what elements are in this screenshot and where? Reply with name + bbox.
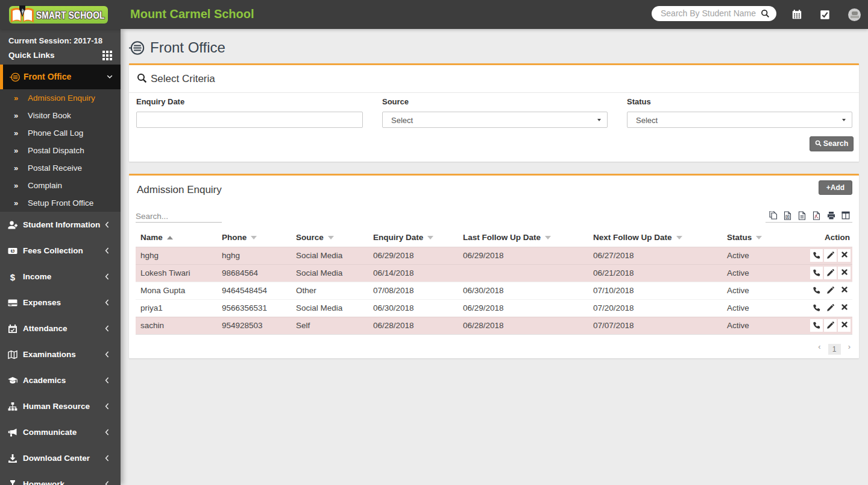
svg-text:$: $ bbox=[11, 249, 14, 253]
svg-text:$: $ bbox=[10, 272, 16, 282]
svg-text:x: x bbox=[787, 215, 788, 218]
